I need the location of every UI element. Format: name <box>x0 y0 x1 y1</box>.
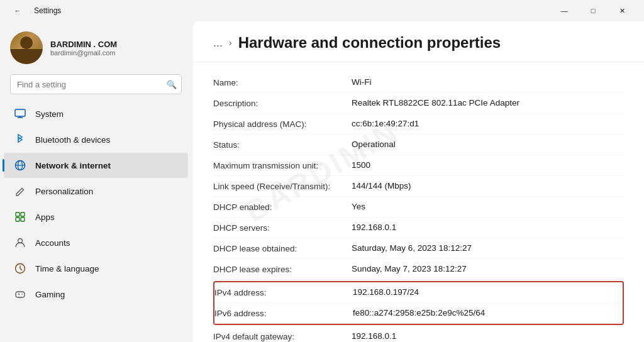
svg-rect-8 <box>16 218 19 221</box>
app-title: Settings <box>34 6 61 15</box>
properties-table: Name:Wi-FiDescription:Realtek RTL8822CE … <box>193 62 644 342</box>
property-value: 1500 <box>352 160 624 170</box>
property-row: Name:Wi-Fi <box>213 72 624 93</box>
property-label: IPv6 address: <box>214 308 353 318</box>
breadcrumb-dots[interactable]: ... <box>213 36 223 50</box>
property-value: 144/144 (Mbps) <box>352 181 624 190</box>
apps-icon <box>14 211 26 223</box>
property-row: DHCP lease expires:Sunday, May 7, 2023 1… <box>213 259 624 280</box>
sidebar-item-label: Accounts <box>35 238 70 248</box>
property-label: IPv4 default gateway: <box>213 331 352 341</box>
property-value: Operational <box>352 140 624 149</box>
property-label: DHCP lease expires: <box>213 264 352 274</box>
property-row: Physical address (MAC):cc:6b:1e:49:27:d1 <box>213 114 624 135</box>
network-icon <box>14 159 26 172</box>
avatar <box>10 31 43 64</box>
property-row: IPv4 address:192.168.0.197/24 <box>214 282 623 303</box>
accounts-icon <box>14 236 26 249</box>
minimize-button[interactable]: — <box>550 0 579 21</box>
user-email: bardimin@gmail.com <box>50 49 117 57</box>
maximize-button[interactable]: □ <box>579 0 608 21</box>
bluetooth-icon <box>14 133 26 146</box>
property-value: Realtek RTL8822CE 802.11ac PCIe Adapter <box>352 98 624 108</box>
sidebar-item-apps[interactable]: Apps <box>4 204 188 229</box>
breadcrumb-arrow: › <box>229 38 232 48</box>
sidebar-item-label: Time & language <box>35 264 99 273</box>
main-content: ... › Hardware and connection properties… <box>193 21 644 342</box>
property-row: IPv4 default gateway:192.168.0.1 <box>213 326 624 342</box>
property-label: DHCP enabled: <box>213 202 352 212</box>
property-label: Status: <box>213 140 352 150</box>
nav-list: SystemBluetooth & devicesNetwork & inter… <box>0 99 192 309</box>
user-section: BARDIMIN . COM bardimin@gmail.com <box>0 21 192 72</box>
svg-rect-6 <box>16 212 19 216</box>
app-container: BARDIMIN . COM bardimin@gmail.com 🔍 Syst… <box>0 21 644 342</box>
property-value: fe80::a274:2958:e25b:2e9c%25/64 <box>353 308 623 317</box>
property-row: Link speed (Receive/Transmit):144/144 (M… <box>213 176 624 197</box>
title-bar-left: ← Settings <box>8 0 61 21</box>
sidebar-item-network[interactable]: Network & internet <box>4 153 188 178</box>
property-value: Wi-Fi <box>352 77 624 87</box>
property-label: IPv4 address: <box>214 287 353 297</box>
property-row: Description:Realtek RTL8822CE 802.11ac P… <box>213 93 624 114</box>
user-info: BARDIMIN . COM bardimin@gmail.com <box>50 40 117 57</box>
property-label: DHCP lease obtained: <box>213 243 352 253</box>
sidebar: BARDIMIN . COM bardimin@gmail.com 🔍 Syst… <box>0 21 192 342</box>
property-value: Saturday, May 6, 2023 18:12:27 <box>352 243 624 253</box>
property-row: DHCP servers:192.168.0.1 <box>213 218 624 238</box>
property-value: Yes <box>352 202 624 211</box>
window-controls: — □ ✕ <box>550 0 636 21</box>
svg-rect-0 <box>15 109 25 116</box>
avatar-image <box>10 31 43 64</box>
sidebar-item-bluetooth[interactable]: Bluetooth & devices <box>4 127 188 152</box>
property-value: cc:6b:1e:49:27:d1 <box>352 119 624 128</box>
svg-rect-7 <box>21 212 25 216</box>
close-button[interactable]: ✕ <box>608 0 636 21</box>
user-name: BARDIMIN . COM <box>50 40 117 49</box>
property-label: Physical address (MAC): <box>213 119 352 129</box>
property-value: 192.168.0.1 <box>352 331 624 341</box>
time-icon <box>14 262 26 275</box>
search-input[interactable] <box>10 74 182 94</box>
property-row: Status:Operational <box>213 135 624 155</box>
sidebar-item-time[interactable]: Time & language <box>4 256 188 281</box>
system-icon <box>14 108 26 120</box>
back-button[interactable]: ← <box>8 0 28 21</box>
property-label: Name: <box>213 77 352 87</box>
property-value: 192.168.0.1 <box>352 223 624 232</box>
sidebar-item-accounts[interactable]: Accounts <box>4 230 188 255</box>
sidebar-item-personalization[interactable]: Personalization <box>4 179 188 204</box>
content-header: ... › Hardware and connection properties <box>193 21 644 62</box>
page-title: Hardware and connection properties <box>238 34 501 52</box>
personalization-icon <box>14 185 26 197</box>
sidebar-item-label: System <box>35 109 64 119</box>
svg-point-15 <box>21 294 23 295</box>
svg-rect-12 <box>16 292 25 297</box>
property-value: 192.168.0.197/24 <box>353 287 623 297</box>
search-icon: 🔍 <box>167 80 177 89</box>
property-row: DHCP lease obtained:Saturday, May 6, 202… <box>213 238 624 259</box>
sidebar-item-label: Bluetooth & devices <box>35 135 110 145</box>
property-value: Sunday, May 7, 2023 18:12:27 <box>352 264 624 273</box>
sidebar-item-system[interactable]: System <box>4 101 188 126</box>
property-label: Maximum transmission unit: <box>213 160 352 170</box>
sidebar-item-gaming[interactable]: Gaming <box>4 282 188 307</box>
sidebar-item-label: Personalization <box>35 187 93 196</box>
property-label: Link speed (Receive/Transmit): <box>213 181 352 191</box>
property-row: Maximum transmission unit:1500 <box>213 155 624 176</box>
search-box: 🔍 <box>10 74 182 94</box>
title-bar: ← Settings — □ ✕ <box>0 0 644 21</box>
svg-rect-9 <box>21 218 25 221</box>
property-label: Description: <box>213 98 352 108</box>
sidebar-item-label: Apps <box>35 212 55 222</box>
sidebar-item-label: Network & internet <box>35 161 111 170</box>
gaming-icon <box>14 288 26 301</box>
property-label: DHCP servers: <box>213 223 352 233</box>
sidebar-item-label: Gaming <box>35 290 65 299</box>
property-row: IPv6 address:fe80::a274:2958:e25b:2e9c%2… <box>214 303 623 324</box>
property-row: DHCP enabled:Yes <box>213 197 624 218</box>
